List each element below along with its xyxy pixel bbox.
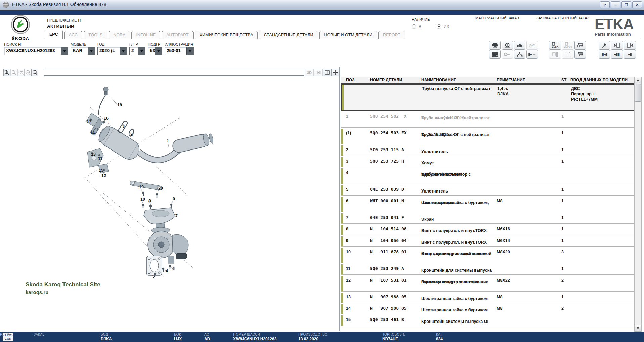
radio-v-circle[interactable] bbox=[412, 24, 416, 29]
illustration-panel[interactable]: 1817161432113111512192010897645 Skoda Ka… bbox=[3, 77, 339, 331]
pin-button[interactable] bbox=[599, 41, 610, 50]
callout-15: 15 bbox=[99, 168, 103, 173]
zoom-100-icon: 100% bbox=[25, 70, 31, 75]
chevron-down-icon[interactable] bbox=[186, 47, 193, 55]
expand-collapse-button[interactable]: ▶ − bbox=[526, 50, 538, 59]
radio-iz-label: ИЗ bbox=[444, 24, 449, 29]
chevron-down-icon[interactable] bbox=[155, 47, 162, 55]
previous-page-button[interactable]: ◀▮ bbox=[611, 50, 623, 59]
view-3d-button: 3D bbox=[305, 69, 314, 76]
cell-pos: 6 bbox=[346, 198, 368, 204]
scroll-down-button[interactable] bbox=[635, 325, 641, 331]
chevron-down-icon[interactable] bbox=[120, 47, 126, 55]
chevron-down-icon[interactable] bbox=[138, 47, 145, 55]
axle-icon bbox=[516, 52, 523, 57]
splitter-icon bbox=[333, 70, 338, 75]
group-header-row[interactable]: Труба выпуска ОГ с нейтрализат 1,4 л. DJ… bbox=[341, 84, 634, 111]
zoom-in-button[interactable] bbox=[3, 69, 10, 76]
callout-4: 4 bbox=[166, 269, 168, 273]
table-row-14[interactable]: 14N 907 988 05Шестигранная гайка с бурти… bbox=[341, 304, 634, 314]
scroll-thumb[interactable] bbox=[635, 84, 641, 102]
filter-dropdown[interactable]: 2020 (L bbox=[97, 47, 127, 55]
table-row-1[interactable]: 15Q0 254 502 XТруба выпуска ОГ с нейтрал… bbox=[341, 112, 634, 128]
radio-iz-circle[interactable] bbox=[437, 24, 441, 29]
filter-dropdown[interactable]: KAR bbox=[71, 47, 95, 55]
table-row-9[interactable]: 9N 104 056 04Винт с полукр.гол. и внут.T… bbox=[341, 236, 634, 247]
tab-новые-и-отм-детали[interactable]: НОВЫЕ И ОТМ.ДЕТАЛИ bbox=[319, 31, 377, 39]
table-row-6[interactable]: 6WHT 000 001 NШестигранная гайка с бурти… bbox=[341, 197, 634, 212]
elsa-icon: ELSA bbox=[552, 42, 558, 48]
cell-qty: 1 bbox=[561, 294, 573, 300]
magnifier-button[interactable] bbox=[31, 69, 38, 76]
table-scrollbar[interactable] bbox=[634, 77, 642, 332]
table-row-7[interactable]: 704E 253 041 FЭкран1 bbox=[341, 213, 634, 224]
list-button[interactable] bbox=[489, 50, 501, 59]
tab-стандартные-детали[interactable]: СТАНДАРТНЫЕ ДЕТАЛИ bbox=[259, 31, 318, 39]
callout-20: 20 bbox=[158, 186, 163, 191]
app-icon bbox=[3, 2, 9, 9]
first-page-icon: ▮◀ bbox=[601, 52, 607, 56]
close-button[interactable]: ✕ bbox=[632, 1, 642, 8]
chevron-down-icon[interactable] bbox=[88, 47, 94, 55]
cell-part-number: N 907 988 05 bbox=[370, 294, 420, 300]
table-row-13[interactable]: 13N 907 988 05Шестигранная гайка с бурти… bbox=[341, 293, 634, 303]
tab-химические-вещества[interactable]: ХИМИЧЕСКИЕ ВЕЩЕСТВА bbox=[195, 31, 258, 39]
split-view-icon bbox=[325, 70, 330, 75]
filter-модель: МОДЕЛЬKAR bbox=[71, 42, 95, 55]
wheel-doc-button bbox=[562, 50, 574, 59]
radio-v[interactable]: В bbox=[412, 24, 421, 29]
filter-dropdown[interactable]: 253-01 bbox=[165, 47, 194, 55]
chevron-down-icon[interactable] bbox=[61, 47, 68, 55]
cell-note: M8 bbox=[497, 294, 554, 300]
table-row-10[interactable]: 10N 911 878 01Винт с цилиндрической голо… bbox=[341, 248, 634, 263]
table-row-3[interactable]: 35Q0 253 725 HХомут1 bbox=[341, 157, 634, 167]
cart-button[interactable] bbox=[574, 50, 586, 59]
tab-autopart: AUTOPART bbox=[162, 31, 194, 39]
table-row-15[interactable]: 155Q0 253 461 BКронштейн системы выпуска… bbox=[341, 315, 634, 326]
filter-dropdown[interactable]: 2 bbox=[129, 47, 145, 55]
table-row-12[interactable]: 12N 107 531 01Винт с цилиндр. головкой с… bbox=[341, 276, 634, 292]
elsa-button[interactable]: ELSA bbox=[549, 41, 561, 50]
cell-part-number: N 911 878 01 bbox=[370, 249, 420, 255]
assembly-order-link[interactable]: ЗАЯВКА НА СБОРНЫЙ ЗАКАЗ bbox=[536, 16, 589, 20]
pin-icon bbox=[602, 43, 607, 48]
etka-window: ETKA - Skoda Ревизия 8.1 Обновление 878 … bbox=[0, 0, 644, 342]
filter-value: XW8JC6NUXLH201263 bbox=[4, 47, 61, 55]
image-search-input[interactable] bbox=[44, 69, 304, 76]
previous-page-icon: ◀▮ bbox=[614, 52, 620, 56]
filter-dropdown[interactable]: 53 bbox=[148, 47, 162, 55]
page-back-button[interactable] bbox=[611, 41, 623, 50]
column-header-0: ПОЗ. bbox=[346, 78, 368, 82]
material-order-link[interactable]: МАТЕРИАЛЬНЫЙ ЗАКАЗ bbox=[475, 16, 519, 20]
table-row-5[interactable]: 504E 253 039 DУплотнитель1 bbox=[341, 185, 634, 196]
table-row-8[interactable]: 8N 104 514 08Винт с полукр.гол. и внут.T… bbox=[341, 225, 634, 235]
back-button[interactable]: ◀ bbox=[624, 50, 636, 59]
radio-iz[interactable]: ИЗ bbox=[437, 24, 449, 29]
minimize-button[interactable]: ‒ bbox=[611, 1, 620, 8]
tab-epc[interactable]: EPC bbox=[45, 30, 63, 39]
depot-icon: DEPOT bbox=[564, 42, 572, 48]
cell-qty: 1 bbox=[561, 130, 573, 136]
cart-export-button[interactable] bbox=[574, 41, 586, 50]
wheel-button[interactable] bbox=[502, 41, 513, 50]
table-row-2[interactable]: 25C0 253 115 AУплотнитель1 bbox=[341, 145, 634, 156]
cell-note: M6X14 bbox=[497, 238, 554, 243]
page-forward-button[interactable] bbox=[624, 41, 636, 50]
filter-dropdown[interactable]: XW8JC6NUXLH201263 bbox=[4, 47, 68, 55]
maximize-button[interactable]: ❐ bbox=[621, 1, 631, 8]
first-page-button[interactable]: ▮◀ bbox=[599, 50, 610, 59]
scroll-up-button[interactable] bbox=[635, 77, 641, 83]
split-view-button[interactable] bbox=[323, 69, 331, 76]
help-button[interactable]: ? bbox=[600, 1, 610, 8]
binoculars-button[interactable] bbox=[514, 41, 525, 50]
table-row-4[interactable]: 4Выпускной коллектор стурбонагнетателем bbox=[341, 168, 634, 184]
cell-note: M8 bbox=[497, 306, 554, 311]
cell-pos: 15 bbox=[346, 317, 368, 323]
table-row-11[interactable]: 115Q0 253 249 AКронштейн для системы вып… bbox=[341, 264, 634, 275]
parts-table: ПОЗ.НОМЕР ДЕТАЛИНАИМЕНОВАНИЕПРИМЕЧАНИЕST… bbox=[341, 77, 634, 331]
depot-button: DEPOT bbox=[562, 41, 574, 50]
panel-splitter[interactable] bbox=[339, 67, 340, 331]
axle-button[interactable] bbox=[514, 50, 525, 59]
print-button[interactable] bbox=[489, 41, 501, 50]
table-row-1[interactable]: (1)5Q0 254 503 FXТруба выпуска ОГ с нейт… bbox=[341, 129, 634, 144]
